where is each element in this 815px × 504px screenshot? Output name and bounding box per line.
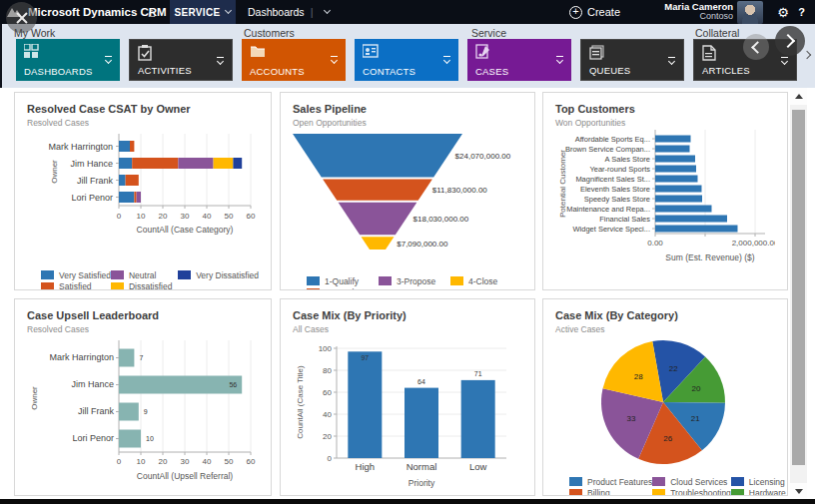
legend-item: Dissatisfied — [111, 281, 178, 290]
tile-expand-chevron-icon[interactable] — [780, 57, 789, 65]
legend-swatch — [307, 288, 320, 291]
legend-column: Product FeaturesBilling — [569, 475, 652, 496]
home-button[interactable]: ⌂ — [148, 0, 156, 24]
tile-expand-chevron-icon[interactable] — [442, 56, 451, 64]
legend-item: Very Satisfied — [41, 270, 111, 280]
svg-text:10: 10 — [137, 212, 146, 221]
svg-text:Speedy Sales Store: Speedy Sales Store — [584, 195, 650, 204]
chart-legend: Product FeaturesBillingCloud ServicesTro… — [555, 475, 775, 496]
svg-text:20: 20 — [159, 212, 168, 221]
legend-item: 3-Propose — [379, 276, 450, 286]
legend-column: Very Dissatisfied — [178, 268, 259, 290]
svg-text:Lori Penor: Lori Penor — [71, 193, 113, 203]
svg-text:Year-round Sports: Year-round Sports — [589, 165, 650, 174]
svg-text:Normal: Normal — [407, 461, 437, 472]
folder-icon — [250, 44, 266, 60]
svg-text:28: 28 — [634, 372, 643, 381]
crm-window: Microsoft Dynamics CRM ⌂ SERVICE Dashboa… — [0, 0, 815, 504]
nav-area-service[interactable]: SERVICE — [170, 0, 236, 24]
legend-swatch — [731, 489, 744, 497]
svg-text:Brown Service Compan...: Brown Service Compan... — [565, 145, 650, 154]
legend-swatch — [41, 270, 54, 279]
gear-icon: ⚙ — [777, 5, 789, 20]
legend-item: Billing — [569, 488, 652, 496]
user-org: Contoso — [664, 12, 733, 22]
svg-text:0: 0 — [328, 454, 333, 463]
tile-dashboards[interactable]: DASHBOARDS — [16, 39, 120, 81]
help-icon: ? — [798, 6, 805, 18]
chevron-down-icon — [324, 7, 331, 14]
case-mix-category-pie-chart[interactable]: 222021263328 — [555, 336, 775, 474]
legend-item-label: Troubleshooting — [670, 488, 731, 496]
tile-cases[interactable]: CASES — [467, 39, 571, 81]
tile-expand-chevron-icon[interactable] — [555, 56, 564, 64]
carousel-prev-button[interactable] — [743, 34, 769, 60]
legend-swatch — [41, 282, 54, 291]
panel-case-mix-category: Case Mix (By Category) Active Cases 2220… — [542, 298, 788, 496]
svg-text:22: 22 — [669, 364, 678, 373]
svg-text:Lori Penor: Lori Penor — [72, 433, 114, 443]
svg-text:Low: Low — [469, 461, 487, 472]
svg-text:2,000,000.00: 2,000,000.00 — [732, 239, 775, 248]
scrollbar-thumb[interactable] — [792, 110, 805, 465]
svg-text:0: 0 — [117, 457, 122, 466]
legend-swatch — [111, 270, 124, 279]
legend-item-label: Cloud Services — [670, 477, 727, 487]
case-upsell-bar-chart[interactable]: Mark Harrington7Jim Hance56Jill Frank9Lo… — [27, 336, 259, 492]
nav-page-label: Dashboards — [248, 6, 305, 18]
svg-text:7: 7 — [139, 354, 143, 361]
panel-title: Case Mix (By Priority) — [293, 309, 522, 321]
window-bottom-edge — [0, 499, 815, 504]
svg-text:50: 50 — [225, 212, 234, 221]
tile-activities[interactable]: ACTIVITIES — [129, 39, 233, 81]
home-icon: ⌂ — [148, 5, 156, 20]
top-customers-bar-chart[interactable]: Affordable Sports Eq...Brown Service Com… — [555, 130, 775, 273]
vertical-scrollbar[interactable] — [790, 88, 807, 500]
panel-title: Resolved Case CSAT by Owner — [27, 103, 259, 115]
settings-button[interactable]: ⚙ — [777, 0, 789, 24]
panel-resolved-case-csat: Resolved Case CSAT by Owner Resolved Cas… — [14, 92, 272, 290]
legend-swatch — [731, 477, 744, 486]
panel-case-mix-priority: Case Mix (By Priority) All Cases 0204060… — [280, 298, 535, 496]
carousel-next-button[interactable] — [775, 26, 805, 56]
svg-text:97: 97 — [361, 354, 369, 361]
tile-expand-chevron-icon[interactable] — [667, 57, 676, 65]
tile-accounts[interactable]: ACCOUNTS — [242, 39, 346, 81]
legend-item: Satisfied — [41, 281, 111, 290]
legend-swatch — [569, 477, 582, 486]
scroll-up-arrow-icon[interactable] — [790, 88, 807, 105]
tile-expand-chevron-icon[interactable] — [104, 56, 113, 64]
svg-text:Mark Harrington: Mark Harrington — [48, 142, 113, 152]
overlay-close-button[interactable] — [6, 2, 37, 33]
panel-subtitle: Open Opportunities — [293, 118, 522, 128]
svg-text:CountAll (Upsell Referral): CountAll (Upsell Referral) — [137, 471, 234, 481]
svg-text:Magnificent Sales St...: Magnificent Sales St... — [575, 175, 650, 184]
top-navigation-bar: Microsoft Dynamics CRM ⌂ SERVICE Dashboa… — [0, 0, 815, 24]
legend-swatch — [569, 489, 582, 497]
sales-pipeline-funnel-chart[interactable]: $24,070,000.00$11,830,000.00$18,030,000.… — [293, 130, 522, 273]
tile-expand-chevron-icon[interactable] — [330, 56, 339, 64]
svg-text:26: 26 — [663, 434, 672, 443]
tile-queues[interactable]: QUEUES — [580, 39, 684, 81]
legend-swatch — [178, 270, 191, 279]
svg-text:100: 100 — [319, 344, 333, 353]
user-menu[interactable]: Maria Cameron Contoso — [664, 0, 733, 24]
case-mix-priority-column-chart[interactable]: 02040608010097High64Normal71LowPriorityC… — [293, 336, 522, 496]
legend-item: Very Dissatisfied — [178, 270, 259, 280]
svg-text:Financial Sales: Financial Sales — [599, 215, 650, 224]
nav-page-dashboards[interactable]: Dashboards | — [248, 0, 330, 24]
scroll-down-arrow-icon[interactable] — [790, 483, 807, 500]
avatar[interactable] — [737, 1, 763, 24]
help-button[interactable]: ? — [798, 0, 805, 24]
create-button[interactable]: + Create — [569, 0, 620, 24]
csat-stacked-bar-chart[interactable]: Mark HarringtonJim HanceJill FrankLori P… — [27, 130, 259, 267]
legend-item: 2-Develop — [307, 287, 379, 290]
ribbon-scroll-right-icon[interactable] — [803, 51, 811, 59]
legend-swatch — [652, 477, 665, 486]
chart-legend: 1-Qualify2-Develop3-Propose4-Close — [293, 274, 522, 290]
tile-expand-chevron-icon[interactable] — [216, 57, 225, 65]
legend-item-label: 3-Propose — [397, 276, 435, 286]
legend-item-label: 2-Develop — [325, 287, 364, 290]
tile-contacts[interactable]: CONTACTS — [355, 39, 458, 81]
legend-item: Licensing — [731, 477, 786, 487]
